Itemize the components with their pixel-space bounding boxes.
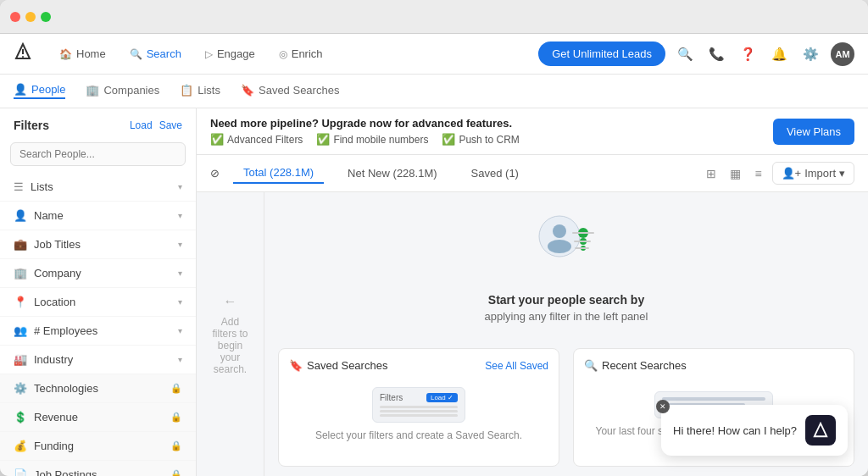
sidebar-title: Filters <box>14 119 49 132</box>
search-people-input[interactable] <box>10 142 186 166</box>
filter-job-postings[interactable]: 📄 Job Postings 🔒 <box>0 461 196 476</box>
tab-total[interactable]: Total (228.1M) <box>233 163 324 184</box>
empty-state: Start your people search by applying any… <box>485 209 648 323</box>
view-plans-button[interactable]: View Plans <box>773 119 854 145</box>
filter-employees-label: # Employees <box>34 324 97 337</box>
filter-name[interactable]: 👤 Name ▾ <box>0 202 196 230</box>
sub-nav-lists[interactable]: 📋 Lists <box>180 84 220 98</box>
funding-filter-icon: 💰 <box>14 440 27 452</box>
filter-industry[interactable]: 🏭 Industry ▾ <box>0 346 196 374</box>
nav-home[interactable]: 🏠 Home <box>49 42 116 65</box>
question-button[interactable]: ❓ <box>737 43 760 65</box>
settings-button[interactable]: ⚙️ <box>799 43 822 65</box>
arrow-left-icon: ← <box>224 294 237 309</box>
check-icon: ✅ <box>442 133 455 146</box>
filter-job-titles[interactable]: 💼 Job Titles ▾ <box>0 230 196 259</box>
title-bar <box>0 0 868 34</box>
empty-state-subtitle: applying any filter in the left panel <box>485 310 648 323</box>
saved-searches-title-label: Saved Searches <box>307 359 387 372</box>
chat-close-button[interactable]: ✕ <box>656 400 670 413</box>
filter-lists[interactable]: ☰ Lists ▾ <box>0 173 196 202</box>
maximize-button[interactable] <box>41 12 51 22</box>
nav-enrich[interactable]: ◎ Enrich <box>269 42 333 65</box>
chevron-down-icon: ▾ <box>178 326 182 335</box>
close-button[interactable] <box>10 12 20 22</box>
filter-toolbar: ⊘ Total (228.1M) Net New (228.1M) Saved … <box>197 155 868 192</box>
import-chevron-icon: ▾ <box>839 167 845 180</box>
nav-search[interactable]: 🔍 Search <box>120 42 192 65</box>
feature-crm-label: Push to CRM <box>459 134 519 146</box>
feature-crm: ✅ Push to CRM <box>442 133 519 146</box>
app-logo <box>14 42 32 65</box>
grid-view-button[interactable]: ▦ <box>726 163 744 184</box>
enrich-icon: ◎ <box>279 48 287 60</box>
saved-searches-header: 🔖 Saved Searches See All Saved <box>289 359 548 372</box>
see-all-saved-link[interactable]: See All Saved <box>485 360 548 372</box>
global-search-button[interactable]: 🔍 <box>674 43 697 65</box>
filter-technologies[interactable]: ⚙️ Technologies 🔒 <box>0 374 196 403</box>
chevron-down-icon: ▾ <box>178 355 182 364</box>
nav-engage[interactable]: ▷ Engage <box>195 42 265 65</box>
load-button[interactable]: Load <box>130 119 153 131</box>
table-view-button[interactable]: ⊞ <box>703 163 720 184</box>
sub-nav-saved-label: Saved Searches <box>259 84 339 97</box>
tab-net-new-label: Net New (228.1M) <box>348 167 437 180</box>
companies-icon: 🏢 <box>86 84 99 97</box>
sub-nav-companies-label: Companies <box>103 84 159 97</box>
people-icon: 👤 <box>14 83 27 96</box>
banner-title: Need more pipeline? Upgrade now for adva… <box>210 117 520 130</box>
sidebar-actions: Load Save <box>130 119 182 131</box>
tab-saved[interactable]: Saved (1) <box>461 163 529 183</box>
chat-logo[interactable] <box>805 415 836 446</box>
nav-right: Get Unlimited Leads 🔍 📞 ❓ 🔔 ⚙️ AM <box>538 42 854 66</box>
filter-funding[interactable]: 💰 Funding 🔒 <box>0 432 196 461</box>
lock-icon: 🔒 <box>170 440 182 451</box>
recent-searches-header: 🔍 Recent Searches <box>584 359 843 372</box>
sidebar: Filters Load Save ☰ Lists ▾ 👤 <box>0 108 197 476</box>
import-button[interactable]: 👤+ Import ▾ <box>772 162 854 185</box>
tab-net-new[interactable]: Net New (228.1M) <box>337 163 447 183</box>
list-view-button[interactable]: ≡ <box>751 163 765 184</box>
lock-icon: 🔒 <box>170 469 182 476</box>
industry-filter-icon: 🏭 <box>14 353 27 366</box>
feature-advanced-filters: ✅ Advanced Filters <box>210 133 303 146</box>
filter-icon-button[interactable]: ⊘ <box>210 163 220 183</box>
nav-home-label: Home <box>76 47 106 60</box>
save-button[interactable]: Save <box>159 119 182 131</box>
filter-location[interactable]: 📍 Location ▾ <box>0 288 196 317</box>
recent-searches-title: 🔍 Recent Searches <box>584 359 687 372</box>
search-icon: 🔍 <box>130 48 142 60</box>
toolbar-right: ⊞ ▦ ≡ 👤+ Import ▾ <box>703 162 854 185</box>
chat-message: Hi there! How can I help? <box>673 424 797 437</box>
sub-nav-companies[interactable]: 🏢 Companies <box>86 84 159 98</box>
filter-company-label: Company <box>34 267 81 280</box>
filter-employees[interactable]: 👥 # Employees ▾ <box>0 317 196 346</box>
lock-icon: 🔒 <box>170 412 182 423</box>
filter-revenue-label: Revenue <box>34 411 78 423</box>
filter-revenue[interactable]: 💲 Revenue 🔒 <box>0 403 196 432</box>
check-icon: ✅ <box>316 133 330 146</box>
name-filter-icon: 👤 <box>14 209 27 222</box>
bell-button[interactable]: 🔔 <box>768 43 791 65</box>
get-leads-button[interactable]: Get Unlimited Leads <box>538 42 665 66</box>
filter-company[interactable]: 🏢 Company ▾ <box>0 259 196 288</box>
saved-searches-icon: 🔖 <box>241 84 254 97</box>
saved-searches-empty-text: Select your filters and create a Saved S… <box>315 429 522 441</box>
sub-nav-people[interactable]: 👤 People <box>14 83 65 99</box>
empty-state-icon <box>532 209 600 280</box>
feature-mobile-label: Find mobile numbers <box>333 134 428 146</box>
home-icon: 🏠 <box>59 48 72 60</box>
empty-state-title: Start your people search by <box>488 293 644 307</box>
lists-icon: 📋 <box>180 84 193 97</box>
sub-nav-saved-searches[interactable]: 🔖 Saved Searches <box>241 84 339 98</box>
avatar[interactable]: AM <box>831 42 854 66</box>
svg-point-3 <box>553 224 566 238</box>
chevron-down-icon: ▾ <box>178 268 182 278</box>
minimize-button[interactable] <box>25 12 36 22</box>
add-filters-hint: ← Add filters to begin your search. <box>197 192 264 476</box>
phone-button[interactable]: 📞 <box>705 43 728 65</box>
nav-enrich-label: Enrich <box>292 47 323 60</box>
filter-industry-label: Industry <box>34 353 73 366</box>
technologies-filter-icon: ⚙️ <box>14 382 27 395</box>
feature-mobile: ✅ Find mobile numbers <box>316 133 428 146</box>
